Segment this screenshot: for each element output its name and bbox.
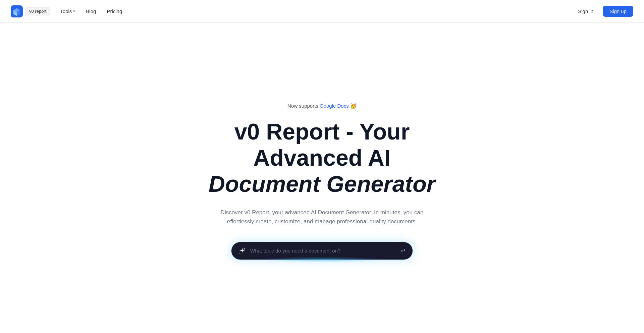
hero-section: Now supports Google Docs 🥳 v0 Report - Y… xyxy=(0,23,644,333)
sparkle-icon xyxy=(238,247,246,255)
announcement-link[interactable]: Google Docs xyxy=(320,103,349,109)
sign-in-button[interactable]: Sign in xyxy=(573,6,599,17)
hero-subtitle: Discover v0 Report, your advanced AI Doc… xyxy=(215,208,429,226)
nav-item-pricing[interactable]: Pricing xyxy=(102,6,127,17)
chevron-down-icon: ▾ xyxy=(73,9,75,13)
sparkle-icon-wrap xyxy=(238,247,246,255)
search-bar: ↵ xyxy=(231,242,413,260)
search-container: ↵ xyxy=(231,242,413,260)
announcement-emoji: 🥳 xyxy=(350,103,357,109)
hero-title-line1: v0 Report - Your Advanced AI xyxy=(234,119,410,170)
hero-title: v0 Report - Your Advanced AI Document Ge… xyxy=(188,118,456,197)
nav-item-blog[interactable]: Blog xyxy=(81,6,101,17)
navbar: v0 report Tools ▾ Blog Pricing Sign in S… xyxy=(0,0,644,23)
logo-link[interactable] xyxy=(11,5,23,17)
logo-icon xyxy=(11,5,23,17)
submit-icon: ↵ xyxy=(401,247,406,255)
announcement-prefix: Now supports xyxy=(287,103,320,109)
search-input[interactable] xyxy=(250,248,397,254)
nav-item-tools[interactable]: Tools ▾ xyxy=(55,6,80,17)
nav-item-blog-label: Blog xyxy=(86,8,96,14)
navbar-right: Sign in Sign up xyxy=(573,6,633,17)
hero-announcement: Now supports Google Docs 🥳 xyxy=(287,103,357,109)
nav-badge[interactable]: v0 report xyxy=(25,7,50,15)
main-nav: Tools ▾ Blog Pricing xyxy=(55,6,127,17)
hero-title-line2: Document Generator xyxy=(188,171,456,197)
nav-item-pricing-label: Pricing xyxy=(107,8,122,14)
nav-item-tools-label: Tools xyxy=(60,8,72,14)
sign-up-button[interactable]: Sign up xyxy=(603,6,633,17)
search-submit-button[interactable]: ↵ xyxy=(401,247,406,255)
